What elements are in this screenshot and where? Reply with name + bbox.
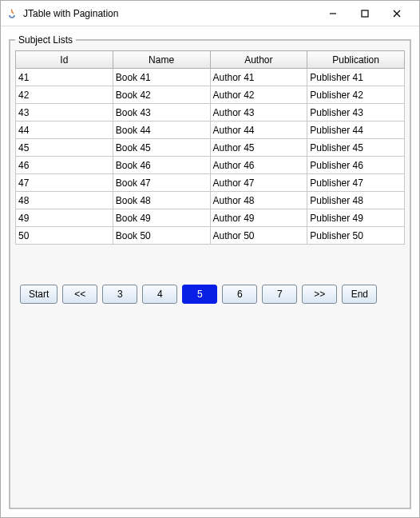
page-number-button-current[interactable]: 5 — [182, 285, 217, 304]
cell-author: Author 42 — [210, 86, 307, 104]
svg-rect-1 — [362, 10, 368, 17]
minimize-button[interactable] — [317, 2, 349, 25]
pagination-bar: Start << 3 4 5 6 7 >> End — [15, 277, 405, 312]
cell-publication: Publisher 49 — [307, 209, 405, 227]
table-body: 41 Book 41 Author 41 Publisher 41 42 Boo… — [16, 69, 405, 245]
cell-name: Book 49 — [113, 209, 210, 227]
cell-author: Author 48 — [210, 192, 307, 209]
group-legend: Subject Lists — [15, 34, 76, 46]
cell-publication: Publisher 45 — [307, 139, 405, 157]
cell-author: Author 49 — [210, 209, 307, 227]
cell-name: Book 45 — [113, 139, 210, 157]
maximize-button[interactable] — [349, 2, 381, 25]
table-row[interactable]: 45 Book 45 Author 45 Publisher 45 — [16, 139, 405, 157]
page-number-button[interactable]: 6 — [222, 285, 257, 304]
window-controls — [317, 2, 413, 25]
title-bar: JTable with Pagination — [1, 1, 419, 26]
cell-publication: Publisher 42 — [307, 86, 405, 104]
window-title: JTable with Pagination — [23, 8, 317, 19]
cell-publication: Publisher 44 — [307, 122, 405, 139]
table-row[interactable]: 42 Book 42 Author 42 Publisher 42 — [16, 86, 405, 104]
cell-name: Book 50 — [113, 227, 210, 245]
col-name[interactable]: Name — [113, 51, 210, 69]
cell-author: Author 44 — [210, 122, 307, 139]
table-row[interactable]: 46 Book 46 Author 46 Publisher 46 — [16, 157, 405, 174]
cell-id: 42 — [16, 86, 113, 104]
table-header-row: Id Name Author Publication — [16, 51, 405, 69]
cell-name: Book 42 — [113, 86, 210, 104]
table-row[interactable]: 49 Book 49 Author 49 Publisher 49 — [16, 209, 405, 227]
table-container: Id Name Author Publication 41 Book 41 Au… — [15, 50, 405, 245]
table-row[interactable]: 44 Book 44 Author 44 Publisher 44 — [16, 122, 405, 139]
app-window: JTable with Pagination Subject Lists Id — [0, 0, 420, 518]
cell-id: 48 — [16, 192, 113, 209]
cell-id: 41 — [16, 69, 113, 86]
table-row[interactable]: 41 Book 41 Author 41 Publisher 41 — [16, 69, 405, 86]
table-row[interactable]: 43 Book 43 Author 43 Publisher 43 — [16, 104, 405, 122]
cell-name: Book 43 — [113, 104, 210, 122]
cell-name: Book 47 — [113, 174, 210, 192]
table-row[interactable]: 48 Book 48 Author 48 Publisher 48 — [16, 192, 405, 209]
col-author[interactable]: Author — [210, 51, 307, 69]
page-next-button[interactable]: >> — [302, 285, 337, 304]
cell-id: 45 — [16, 139, 113, 157]
cell-id: 43 — [16, 104, 113, 122]
cell-id: 47 — [16, 174, 113, 192]
cell-author: Author 50 — [210, 227, 307, 245]
cell-name: Book 48 — [113, 192, 210, 209]
close-button[interactable] — [381, 2, 413, 25]
cell-id: 44 — [16, 122, 113, 139]
cell-publication: Publisher 46 — [307, 157, 405, 174]
cell-id: 46 — [16, 157, 113, 174]
cell-publication: Publisher 43 — [307, 104, 405, 122]
cell-id: 50 — [16, 227, 113, 245]
page-prev-button[interactable]: << — [62, 285, 97, 304]
cell-name: Book 46 — [113, 157, 210, 174]
table-row[interactable]: 47 Book 47 Author 47 Publisher 47 — [16, 174, 405, 192]
page-end-button[interactable]: End — [342, 285, 377, 304]
subject-table: Id Name Author Publication 41 Book 41 Au… — [15, 50, 405, 245]
java-icon — [6, 7, 18, 20]
page-start-button[interactable]: Start — [20, 285, 57, 304]
cell-name: Book 44 — [113, 122, 210, 139]
col-id[interactable]: Id — [16, 51, 113, 69]
subject-lists-group: Subject Lists Id Name Author Publication — [9, 34, 411, 509]
content-area: Subject Lists Id Name Author Publication — [1, 26, 419, 517]
cell-publication: Publisher 50 — [307, 227, 405, 245]
cell-name: Book 41 — [113, 69, 210, 86]
table-row[interactable]: 50 Book 50 Author 50 Publisher 50 — [16, 227, 405, 245]
page-number-button[interactable]: 3 — [102, 285, 137, 304]
cell-author: Author 45 — [210, 139, 307, 157]
cell-publication: Publisher 47 — [307, 174, 405, 192]
col-publication[interactable]: Publication — [307, 51, 405, 69]
spacer — [15, 245, 405, 277]
cell-id: 49 — [16, 209, 113, 227]
page-number-button[interactable]: 4 — [142, 285, 177, 304]
page-number-button[interactable]: 7 — [262, 285, 297, 304]
cell-author: Author 41 — [210, 69, 307, 86]
cell-publication: Publisher 41 — [307, 69, 405, 86]
cell-publication: Publisher 48 — [307, 192, 405, 209]
cell-author: Author 46 — [210, 157, 307, 174]
cell-author: Author 47 — [210, 174, 307, 192]
cell-author: Author 43 — [210, 104, 307, 122]
